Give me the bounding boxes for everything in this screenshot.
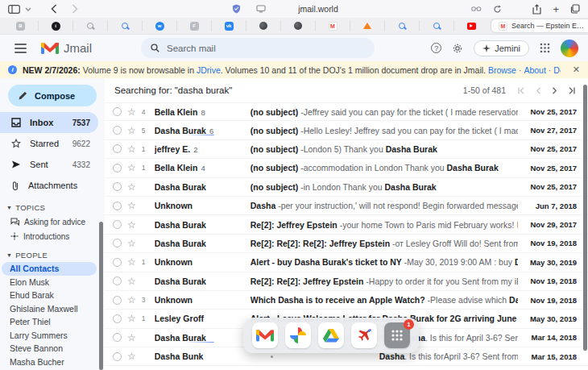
sidebar-person-item[interactable]: Ehud Barak xyxy=(0,289,97,302)
sidebar-person-item[interactable]: Ghislaine Maxwell xyxy=(0,302,97,316)
sidebar-person-item[interactable]: All Contacts xyxy=(2,262,97,276)
sidebar-item-starred[interactable]: Starred 9622 xyxy=(0,133,98,154)
people-section-header[interactable]: ▼ PEOPLE xyxy=(6,251,105,260)
email-row[interactable]: ☆ Dasha Burak Re[2]: Jeffrey Epstein -yo… xyxy=(105,215,588,234)
row-star-icon[interactable]: ☆ xyxy=(127,220,136,230)
email-row[interactable]: ☆ 1 Unknown Alert - buy Dasha Burak's ti… xyxy=(105,253,588,272)
row-checkbox[interactable] xyxy=(113,182,122,191)
reload-icon[interactable] xyxy=(493,5,502,14)
email-row[interactable]: ☆ Dasha Burak Re[2]: Re[2]: Re[2]: Jeffr… xyxy=(105,235,588,253)
email-row[interactable]: ☆ 1 jeffrey E.2 (no subject) -London 5) … xyxy=(105,140,588,159)
row-checkbox[interactable] xyxy=(113,314,122,323)
apps-grid-icon[interactable] xyxy=(540,43,550,53)
photos-dock-icon[interactable] xyxy=(285,322,311,348)
row-star-icon[interactable]: ☆ xyxy=(127,333,136,343)
row-star-icon[interactable]: ☆ xyxy=(127,182,136,192)
row-star-icon[interactable]: ☆ xyxy=(127,239,136,248)
row-star-icon[interactable]: ☆ xyxy=(127,295,136,305)
row-checkbox[interactable] xyxy=(113,202,122,210)
pinned-tab[interactable]: w xyxy=(142,20,176,31)
row-checkbox[interactable] xyxy=(113,258,122,267)
about-link[interactable]: About xyxy=(524,65,545,75)
row-star-icon[interactable]: ☆ xyxy=(127,201,136,210)
tab-overview-icon[interactable] xyxy=(570,4,580,14)
page-settings-icon[interactable] xyxy=(256,5,266,13)
pinned-tab[interactable] xyxy=(419,20,453,31)
reader-icon[interactable] xyxy=(471,6,482,12)
flights-dock-icon[interactable] xyxy=(351,322,377,348)
email-row[interactable]: ☆ 4 Bella Klein8 (no subject) -Jeffrey s… xyxy=(105,102,588,121)
sidebar-person-item[interactable]: Larry Summers xyxy=(0,329,97,343)
row-checkbox[interactable] xyxy=(113,276,122,285)
sidebar-person-item[interactable]: Masha Bucher xyxy=(0,355,97,369)
help-icon[interactable]: ? xyxy=(431,43,441,53)
row-checkbox[interactable] xyxy=(113,126,122,135)
app-logo[interactable]: Jmail xyxy=(41,41,92,55)
row-checkbox[interactable] xyxy=(113,333,122,342)
pinned-tab[interactable]: i xyxy=(38,20,72,31)
row-star-icon[interactable]: ☆ xyxy=(127,126,136,135)
row-checkbox[interactable] xyxy=(113,239,122,247)
address-bar[interactable]: jmail.world xyxy=(145,4,491,14)
jemini-button[interactable]: Jemini xyxy=(474,40,529,56)
row-checkbox[interactable] xyxy=(113,296,122,305)
active-tab[interactable]: M Search — Epstein E… xyxy=(491,19,588,32)
avatar[interactable] xyxy=(561,39,578,57)
privacy-shield-icon[interactable] xyxy=(232,4,241,14)
row-checkbox[interactable] xyxy=(113,144,122,153)
pinned-tab[interactable] xyxy=(107,20,142,31)
row-checkbox[interactable] xyxy=(113,220,122,229)
pinned-tab[interactable]: vk xyxy=(211,20,246,31)
row-star-icon[interactable]: ☆ xyxy=(127,107,136,117)
email-row[interactable]: ☆ Dasha Burak Re[2]: Re[2]: Jeffrey Epst… xyxy=(105,272,588,291)
row-star-icon[interactable]: ☆ xyxy=(127,276,136,286)
banner-close-icon[interactable]: ✕ xyxy=(573,64,580,75)
email-row[interactable]: ☆ Unknown Dasha -per your instruction,' … xyxy=(105,197,588,215)
pinned-tab[interactable] xyxy=(280,20,315,31)
email-row[interactable]: ☆ 3 Unknown Which Dasha is to receive an… xyxy=(105,291,588,310)
sidebar-item-asking-for-advice[interactable]: Asking for advice xyxy=(0,214,105,229)
jdrive-link[interactable]: JDrive xyxy=(197,65,221,75)
drive-dock-icon[interactable] xyxy=(318,322,344,348)
pinned-tab[interactable] xyxy=(384,20,419,31)
email-row[interactable]: ☆ Bella Klein4 -ticket ( I made reservat… xyxy=(105,366,588,370)
sidebar-item-inbox[interactable]: Inbox 7537 xyxy=(0,112,98,133)
back-button[interactable] xyxy=(51,4,57,14)
row-star-icon[interactable]: ☆ xyxy=(127,314,136,323)
sidebar-person-item[interactable]: Elon Musk xyxy=(0,276,97,289)
row-checkbox[interactable] xyxy=(113,164,122,173)
pinned-tab[interactable] xyxy=(246,20,280,31)
pinned-tab[interactable]: M xyxy=(315,20,350,31)
next-page-button[interactable] xyxy=(552,87,557,94)
sidebar-person-item[interactable]: Steve Bannon xyxy=(0,342,97,355)
share-icon[interactable] xyxy=(532,4,541,15)
row-star-icon[interactable]: ☆ xyxy=(127,257,136,267)
jmail-dock-icon[interactable] xyxy=(252,322,278,348)
sidebar-item-introductions[interactable]: Introductions xyxy=(0,229,105,243)
row-star-icon[interactable]: ☆ xyxy=(127,351,136,361)
row-checkbox[interactable] xyxy=(113,352,122,361)
sidebar-chevron-icon[interactable] xyxy=(25,7,31,11)
pinned-tab[interactable]: F xyxy=(176,20,211,31)
browse-link[interactable]: Browse xyxy=(488,65,516,75)
settings-gear-icon[interactable] xyxy=(452,43,463,54)
new-tab-button[interactable]: + xyxy=(553,3,559,15)
email-row[interactable]: ☆ 5 Dasha Burak6 (no subject) -Hello Les… xyxy=(105,121,588,139)
row-star-icon[interactable]: ☆ xyxy=(127,163,136,173)
apps-grid-dock-icon[interactable]: 1 xyxy=(384,322,410,348)
sidebar-scrollbar[interactable] xyxy=(99,222,103,370)
url-text[interactable]: jmail.world xyxy=(298,4,338,14)
compose-button[interactable]: Compose xyxy=(8,85,97,106)
pinned-tab[interactable] xyxy=(350,20,384,31)
row-star-icon[interactable]: ☆ xyxy=(127,144,136,154)
forward-button[interactable] xyxy=(72,4,78,14)
topics-section-header[interactable]: ▼ TOPICS xyxy=(6,203,105,212)
main-menu-icon[interactable] xyxy=(14,48,27,49)
sidebar-item-attachments[interactable]: Attachments xyxy=(0,175,98,196)
pinned-tab[interactable]: B xyxy=(3,20,38,31)
sidebar-toggle-icon[interactable] xyxy=(8,5,20,14)
last-page-button[interactable] xyxy=(568,87,575,94)
email-row[interactable]: ☆ 1 Bella Klein4 (no subject) -accommoda… xyxy=(105,159,588,177)
prev-page-button[interactable] xyxy=(536,87,541,94)
donate-link[interactable]: Donate xyxy=(553,65,560,75)
